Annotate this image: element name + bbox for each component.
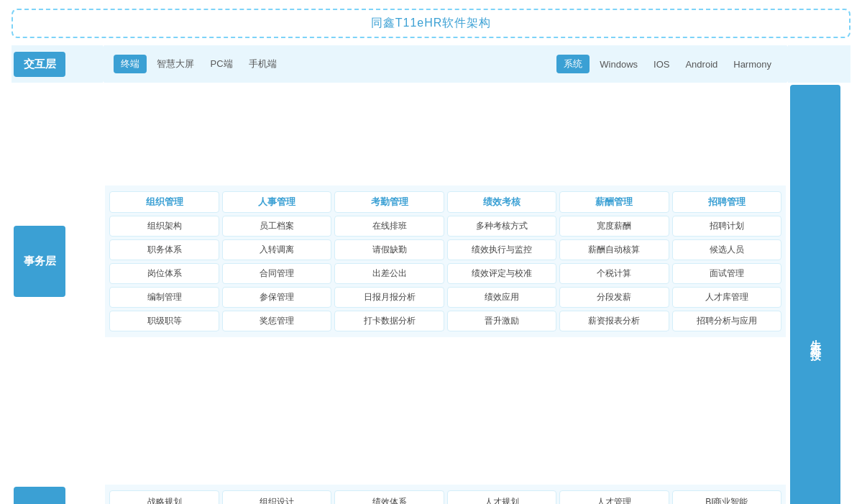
module-col-3: 绩效考核多种考核方式绩效执行与监控绩效评定与校准绩效应用晋升激励 <box>447 191 556 331</box>
module-item-5-4: 招聘分析与应用 <box>672 311 781 331</box>
module-item-1-4: 奖惩管理 <box>222 311 331 331</box>
strategy-item-1-0: 组织设计 <box>222 490 331 504</box>
module-item-1-1: 入转调离 <box>222 239 331 260</box>
module-item-5-0: 招聘计划 <box>672 216 781 237</box>
business-content: 组织管理组织架构职务体系岗位体系编制管理职级职等人事管理员工档案入转调离合同管理… <box>105 185 786 337</box>
module-item-1-3: 参保管理 <box>222 287 331 308</box>
module-col-1: 人事管理员工档案入转调离合同管理参保管理奖惩管理 <box>222 191 331 331</box>
module-item-2-0: 在线排班 <box>334 216 444 237</box>
terminal-tag: 终端 <box>114 55 147 73</box>
system-item-2: Android <box>679 56 723 73</box>
module-col-2: 考勤管理在线排班请假缺勤出差公出日报月报分析打卡数据分析 <box>334 191 444 331</box>
module-item-2-1: 请假缺勤 <box>334 239 444 260</box>
module-col-0: 组织管理组织架构职务体系岗位体系编制管理职级职等 <box>109 191 219 331</box>
strategy-item-0-0: 战略规划 <box>109 490 219 504</box>
strategy-col-3: 人才规划人力资本战略 <box>447 490 556 504</box>
module-item-4-3: 分段发薪 <box>559 287 669 308</box>
strategy-item-4-0: 人才管理 <box>559 490 669 504</box>
module-header-2: 考勤管理 <box>334 191 444 213</box>
module-item-0-1: 职务体系 <box>109 239 219 260</box>
strategy-col-2: 绩效体系激励体系 <box>334 490 444 504</box>
module-header-1: 人事管理 <box>222 191 331 213</box>
system-item-1: IOS <box>648 56 675 73</box>
module-item-0-3: 编制管理 <box>109 287 219 308</box>
strategy-item-3-0: 人才规划 <box>447 490 556 504</box>
system-item-3: Harmony <box>728 56 777 73</box>
strategy-content: 战略规划高层领导力模型组织设计岗位职责体系绩效体系激励体系人才规划人力资本战略人… <box>105 485 786 504</box>
module-item-2-4: 打卡数据分析 <box>334 311 444 331</box>
module-col-4: 薪酬管理宽度薪酬薪酬自动核算个税计算分段发薪薪资报表分析 <box>559 191 669 331</box>
terminal-item-2: 手机端 <box>243 55 283 73</box>
interact-content: 终端 智慧大屏 PC端 手机端 系统 Windows IOS Android H… <box>105 47 786 81</box>
module-header-3: 绩效考核 <box>447 191 556 213</box>
modules-grid: 组织管理组织架构职务体系岗位体系编制管理职级职等人事管理员工档案入转调离合同管理… <box>109 191 781 331</box>
module-item-4-2: 个税计算 <box>559 263 669 284</box>
module-item-5-3: 人才库管理 <box>672 287 781 308</box>
strategy-item-2-0: 绩效体系 <box>334 490 444 504</box>
strategy-col-4: 人才管理人才发展 <box>559 490 669 504</box>
business-layer-label: 事务层 <box>14 226 65 297</box>
module-item-5-1: 候选人员 <box>672 239 781 260</box>
module-item-3-3: 绩效应用 <box>447 287 556 308</box>
module-item-3-0: 多种考核方式 <box>447 216 556 237</box>
module-header-5: 招聘管理 <box>672 191 781 213</box>
module-item-0-2: 岗位体系 <box>109 263 219 284</box>
strategy-col-5: BI商业智能人力资源调研 <box>672 490 781 504</box>
terminal-item-0: 智慧大屏 <box>151 55 200 73</box>
module-item-0-0: 组织架构 <box>109 216 219 237</box>
terminal-item-1: PC端 <box>204 55 238 73</box>
module-item-4-4: 薪资报表分析 <box>559 311 669 331</box>
module-col-5: 招聘管理招聘计划候选人员面试管理人才库管理招聘分析与应用 <box>672 191 781 331</box>
module-item-0-4: 职级职等 <box>109 311 219 331</box>
module-item-4-0: 宽度薪酬 <box>559 216 669 237</box>
module-header-0: 组织管理 <box>109 191 219 213</box>
module-item-3-4: 晋升激励 <box>447 311 556 331</box>
ecology-label: 生态对接 <box>790 85 840 504</box>
module-item-3-1: 绩效执行与监控 <box>447 239 556 260</box>
module-item-2-3: 日报月报分析 <box>334 287 444 308</box>
strategy-col-1: 组织设计岗位职责体系 <box>222 490 331 504</box>
module-item-3-2: 绩效评定与校准 <box>447 263 556 284</box>
system-item-0: Windows <box>594 56 643 73</box>
module-item-2-2: 出差公出 <box>334 263 444 284</box>
interact-layer-label: 交互层 <box>14 52 65 77</box>
strategy-grid: 战略规划高层领导力模型组织设计岗位职责体系绩效体系激励体系人才规划人力资本战略人… <box>109 490 781 504</box>
module-item-1-2: 合同管理 <box>222 263 331 284</box>
main-title: 同鑫T11eHR软件架构 <box>12 9 850 38</box>
module-item-1-0: 员工档案 <box>222 216 331 237</box>
module-header-4: 薪酬管理 <box>559 191 669 213</box>
strategy-col-0: 战略规划高层领导力模型 <box>109 490 219 504</box>
strategy-item-5-0: BI商业智能 <box>672 490 781 504</box>
strategy-layer-label: 战略层 <box>14 487 65 504</box>
system-tag: 系统 <box>556 55 590 73</box>
module-item-4-1: 薪酬自动核算 <box>559 239 669 260</box>
module-item-5-2: 面试管理 <box>672 263 781 284</box>
